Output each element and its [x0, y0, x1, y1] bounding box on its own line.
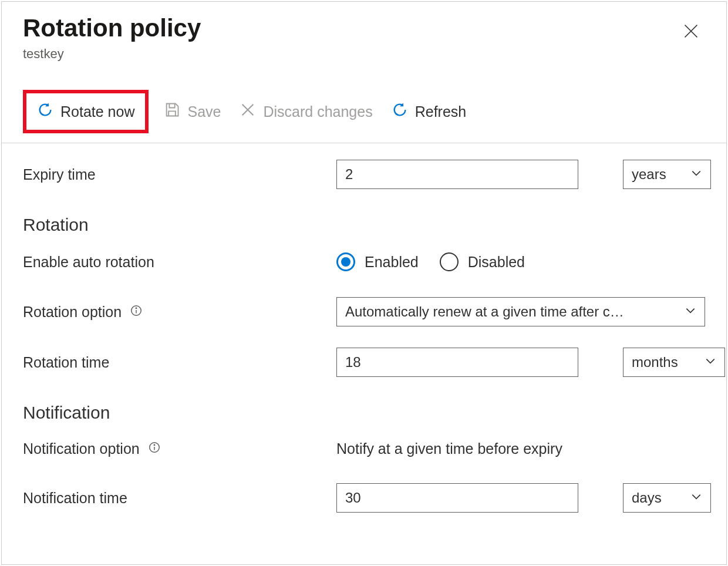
rotate-now-label: Rotate now — [60, 103, 134, 120]
discard-icon — [240, 102, 256, 122]
expiry-time-unit-select[interactable]: years — [623, 160, 711, 189]
notification-time-label: Notification time — [23, 490, 336, 507]
disabled-radio[interactable]: Disabled — [440, 252, 525, 271]
save-icon — [164, 102, 180, 122]
notification-option-row: Notification option Notify at a given ti… — [23, 440, 705, 457]
refresh-label: Refresh — [415, 103, 467, 120]
rotation-time-row: Rotation time months — [23, 348, 705, 377]
chevron-down-icon — [690, 166, 702, 183]
auto-rotation-radio-group: Enabled Disabled — [336, 252, 525, 271]
chevron-down-icon — [705, 354, 716, 370]
notification-time-unit-text: days — [632, 490, 662, 506]
rotation-time-unit-text: months — [632, 354, 678, 370]
discard-button[interactable]: Discard changes — [230, 97, 382, 126]
notification-heading: Notification — [23, 403, 705, 423]
rotation-time-label: Rotation time — [23, 354, 336, 371]
discard-label: Discard changes — [263, 103, 372, 120]
page-subtitle: testkey — [23, 46, 705, 62]
expiry-time-label: Expiry time — [23, 166, 336, 183]
toolbar: Rotate now Save Discard changes Refresh — [2, 79, 726, 143]
notification-option-label: Notification option — [23, 440, 336, 457]
save-label: Save — [187, 103, 221, 120]
chevron-down-icon — [690, 490, 702, 506]
rotation-time-unit-select[interactable]: months — [623, 348, 725, 377]
notification-option-value: Notify at a given time before expiry — [336, 440, 705, 457]
refresh-button[interactable]: Refresh — [382, 97, 476, 126]
save-button[interactable]: Save — [154, 97, 230, 126]
expiry-time-unit-text: years — [632, 166, 666, 183]
enable-auto-rotation-row: Enable auto rotation Enabled Disabled — [23, 252, 705, 271]
page-title: Rotation policy — [23, 14, 705, 43]
svg-point-1 — [136, 308, 136, 308]
svg-point-3 — [154, 445, 154, 446]
highlight-rotate-now: Rotate now — [23, 90, 149, 133]
refresh-icon — [392, 102, 408, 122]
rotation-option-label: Rotation option — [23, 304, 336, 321]
panel-header: Rotation policy testkey — [2, 2, 726, 68]
rotation-option-row: Rotation option Automatically renew at a… — [23, 297, 705, 326]
radio-indicator-selected — [336, 252, 355, 271]
close-button[interactable] — [683, 23, 699, 42]
close-icon — [683, 31, 699, 41]
rotate-icon — [37, 102, 53, 122]
rotation-time-input[interactable] — [336, 348, 578, 377]
chevron-down-icon — [685, 304, 696, 320]
expiry-time-row: Expiry time years — [23, 160, 705, 189]
disabled-radio-label: Disabled — [468, 254, 525, 271]
info-icon[interactable] — [130, 304, 143, 321]
enable-auto-rotation-label: Enable auto rotation — [23, 254, 336, 271]
expiry-time-input[interactable] — [336, 160, 578, 189]
content-area: Expiry time years Rotation Enable auto r… — [2, 143, 726, 548]
enabled-radio-label: Enabled — [365, 254, 419, 271]
radio-indicator — [440, 252, 459, 271]
rotate-now-button[interactable]: Rotate now — [26, 97, 145, 126]
rotation-option-select[interactable]: Automatically renew at a given time afte… — [336, 297, 705, 326]
notification-time-row: Notification time days — [23, 483, 705, 513]
notification-time-input[interactable] — [336, 483, 578, 513]
notification-time-unit-select[interactable]: days — [623, 483, 711, 513]
enabled-radio[interactable]: Enabled — [336, 252, 419, 271]
rotation-policy-panel: Rotation policy testkey Rotate now Save — [1, 1, 727, 565]
rotation-heading: Rotation — [23, 215, 705, 235]
rotation-option-text: Automatically renew at a given time afte… — [345, 304, 678, 320]
info-icon[interactable] — [148, 440, 161, 457]
